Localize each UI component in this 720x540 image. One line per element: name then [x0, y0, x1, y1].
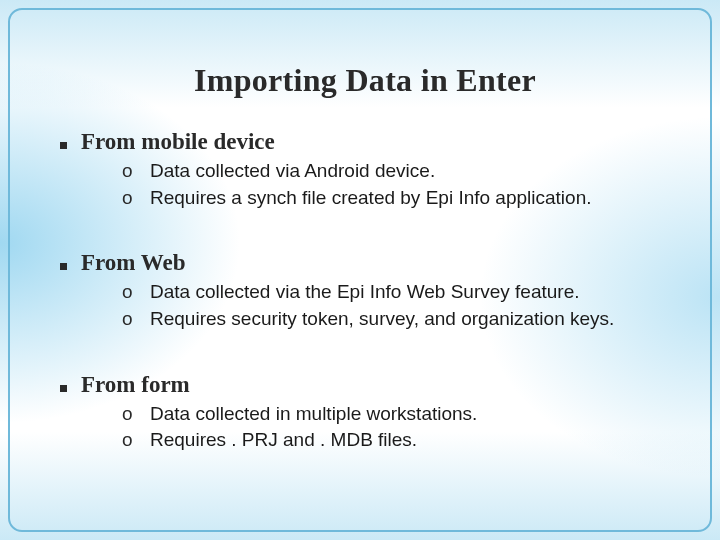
- circle-bullet-icon: o: [122, 309, 134, 328]
- section-heading: From mobile device: [81, 129, 275, 155]
- section-list: From mobile device o Data collected via …: [60, 129, 670, 453]
- sub-item-text: Requires security token, survey, and org…: [150, 307, 614, 332]
- circle-bullet-icon: o: [122, 404, 134, 423]
- slide-title: Importing Data in Enter: [60, 62, 670, 99]
- square-bullet-icon: [60, 142, 67, 149]
- section-heading-row: From Web: [60, 250, 670, 276]
- sub-list: o Data collected via the Epi Info Web Su…: [60, 280, 670, 331]
- list-item: o Requires security token, survey, and o…: [122, 307, 670, 332]
- sub-list: o Data collected via Android device. o R…: [60, 159, 670, 210]
- section-form: From form o Data collected in multiple w…: [60, 372, 670, 453]
- circle-bullet-icon: o: [122, 282, 134, 301]
- circle-bullet-icon: o: [122, 188, 134, 207]
- section-web: From Web o Data collected via the Epi In…: [60, 250, 670, 331]
- sub-item-text: Data collected via the Epi Info Web Surv…: [150, 280, 580, 305]
- circle-bullet-icon: o: [122, 430, 134, 449]
- section-heading-row: From form: [60, 372, 670, 398]
- list-item: o Data collected via the Epi Info Web Su…: [122, 280, 670, 305]
- list-item: o Data collected via Android device.: [122, 159, 670, 184]
- list-item: o Requires a synch file created by Epi I…: [122, 186, 670, 211]
- section-heading: From Web: [81, 250, 186, 276]
- sub-item-text: Data collected via Android device.: [150, 159, 435, 184]
- sub-item-text: Requires a synch file created by Epi Inf…: [150, 186, 591, 211]
- circle-bullet-icon: o: [122, 161, 134, 180]
- sub-list: o Data collected in multiple workstation…: [60, 402, 670, 453]
- square-bullet-icon: [60, 385, 67, 392]
- slide-content: Importing Data in Enter From mobile devi…: [0, 0, 720, 540]
- square-bullet-icon: [60, 263, 67, 270]
- section-mobile: From mobile device o Data collected via …: [60, 129, 670, 210]
- list-item: o Data collected in multiple workstation…: [122, 402, 670, 427]
- sub-item-text: Data collected in multiple workstations.: [150, 402, 477, 427]
- sub-item-text: Requires . PRJ and . MDB files.: [150, 428, 417, 453]
- section-heading: From form: [81, 372, 190, 398]
- list-item: o Requires . PRJ and . MDB files.: [122, 428, 670, 453]
- section-heading-row: From mobile device: [60, 129, 670, 155]
